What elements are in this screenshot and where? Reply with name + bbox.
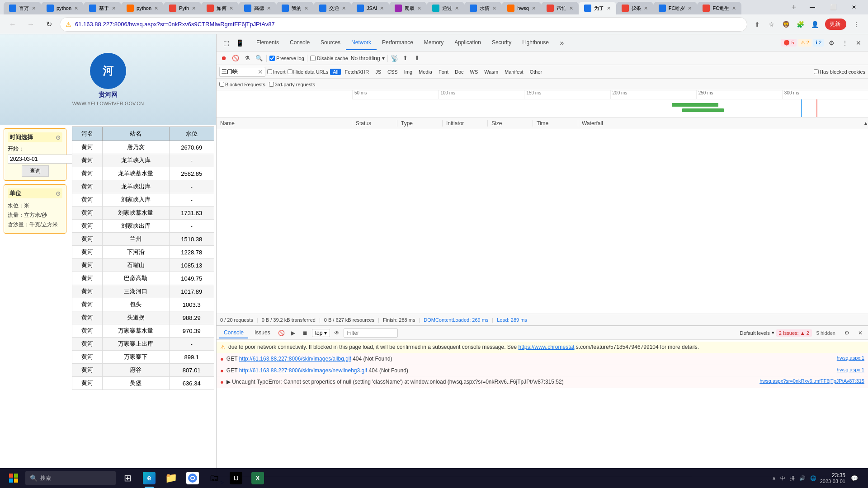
has-blocked-cookies-label[interactable]: Has blocked cookies bbox=[814, 69, 865, 75]
browser-tab-1[interactable]: 百万✕ bbox=[4, 2, 41, 14]
devtools-settings-button[interactable]: ⚙ bbox=[826, 37, 837, 49]
tray-sound[interactable]: 🔊 bbox=[798, 474, 807, 482]
devtools-tab-network[interactable]: Network bbox=[346, 36, 377, 50]
close-button[interactable]: ✕ bbox=[844, 0, 864, 14]
tab-close-button[interactable]: ✕ bbox=[74, 5, 78, 11]
maximize-button[interactable]: ⬜ bbox=[823, 0, 844, 14]
browser-tab-6[interactable]: 如何✕ bbox=[201, 2, 239, 14]
filter-clear-button[interactable]: ✕ bbox=[258, 68, 263, 75]
browser-tab-5[interactable]: Pyth✕ bbox=[164, 2, 201, 14]
filter-type-doc[interactable]: Doc bbox=[452, 69, 467, 75]
devtools-tab-sources[interactable]: Sources bbox=[315, 36, 346, 50]
filter-input-wrap[interactable]: ✕ bbox=[219, 67, 265, 77]
unit-section-toggle[interactable]: ⊙ bbox=[56, 190, 61, 197]
devtools-tab-security[interactable]: Security bbox=[486, 36, 517, 50]
browser-tab-13[interactable]: 水情✕ bbox=[464, 2, 502, 14]
console-link[interactable]: http://61.163.88.227:8006/skin/images/al… bbox=[239, 356, 351, 362]
blocked-requests-label[interactable]: Blocked Requests bbox=[219, 82, 265, 87]
hide-data-urls-label[interactable]: Hide data URLs bbox=[288, 69, 329, 75]
clear-button[interactable]: 🚫 bbox=[231, 54, 240, 63]
console-eye-button[interactable]: 👁 bbox=[332, 328, 342, 338]
devtools-inspect-button[interactable]: ⬚ bbox=[220, 37, 232, 49]
filter-type-img[interactable]: Img bbox=[401, 69, 415, 75]
browser-tab-8[interactable]: 我的✕ bbox=[276, 2, 314, 14]
devtools-close-button[interactable]: ✕ bbox=[853, 37, 864, 49]
col-size[interactable]: Size bbox=[488, 120, 533, 127]
browser-tab-3[interactable]: 基于✕ bbox=[84, 2, 121, 14]
tab-issues[interactable]: Issues bbox=[250, 328, 275, 338]
tab-close-button[interactable]: ✕ bbox=[192, 5, 196, 11]
taskbar-folder[interactable]: 🗂 bbox=[204, 468, 224, 488]
filter-type-wasm[interactable]: Wasm bbox=[481, 69, 501, 75]
console-stop-button[interactable]: ⏹ bbox=[300, 328, 310, 338]
console-source-link[interactable]: hwsq.aspx?sr=0nkRxv6..mfFF6jTpJPtAv87:31… bbox=[760, 378, 864, 384]
minimize-button[interactable]: — bbox=[802, 0, 823, 14]
browser-icon[interactable]: 🦁 bbox=[780, 18, 793, 31]
tab-close-button[interactable]: ✕ bbox=[32, 5, 36, 11]
new-tab-button[interactable]: + bbox=[788, 1, 800, 14]
invert-checkbox[interactable] bbox=[267, 69, 272, 74]
browser-menu-button[interactable]: ⋮ bbox=[850, 18, 863, 31]
browser-tab-19[interactable]: FC龟生✕ bbox=[697, 2, 741, 14]
console-link[interactable]: http://61.163.88.227:8006/skin/images/ne… bbox=[239, 367, 368, 374]
console-filter-input[interactable] bbox=[344, 328, 398, 338]
refresh-button[interactable]: ↻ bbox=[42, 17, 56, 32]
taskbar-excel[interactable]: X bbox=[248, 468, 268, 488]
preserve-log-label[interactable]: Preserve log bbox=[269, 56, 304, 61]
browser-tab-9[interactable]: 交通✕ bbox=[314, 2, 351, 14]
filter-type-font[interactable]: Font bbox=[436, 69, 451, 75]
filter-type-other[interactable]: Other bbox=[527, 69, 545, 75]
filter-type-manifest[interactable]: Manifest bbox=[502, 69, 526, 75]
third-party-label[interactable]: 3rd-party requests bbox=[269, 82, 315, 87]
filter-type-css[interactable]: CSS bbox=[385, 69, 401, 75]
devtools-tab-console[interactable]: Console bbox=[284, 36, 315, 50]
browser-tab-12[interactable]: 通过✕ bbox=[427, 2, 464, 14]
taskbar-edge[interactable]: e bbox=[139, 468, 159, 488]
browser-tab-11[interactable]: 爬取✕ bbox=[389, 2, 427, 14]
profile-button[interactable]: 👤 bbox=[809, 18, 821, 31]
devtools-tab-application[interactable]: Application bbox=[449, 36, 486, 50]
col-type[interactable]: Type bbox=[397, 120, 443, 127]
col-initiator[interactable]: Initiator bbox=[443, 120, 488, 127]
browser-tab-10[interactable]: JSAI✕ bbox=[351, 2, 389, 14]
throttle-control[interactable]: No throttling ▾ bbox=[351, 55, 385, 61]
hide-data-urls-checkbox[interactable] bbox=[288, 69, 292, 74]
tab-close-button[interactable]: ✕ bbox=[492, 5, 496, 11]
tab-close-button[interactable]: ✕ bbox=[417, 5, 421, 11]
issues-button[interactable]: 2 Issues: ▲ 2 bbox=[776, 329, 812, 337]
disable-cache-checkbox[interactable] bbox=[310, 56, 316, 61]
tray-input[interactable]: 拼 bbox=[789, 474, 796, 483]
query-button[interactable]: 查询 bbox=[22, 165, 49, 177]
tray-lang[interactable]: 中 bbox=[779, 474, 786, 483]
browser-tab-4[interactable]: python✕ bbox=[121, 2, 164, 14]
start-button[interactable] bbox=[4, 470, 24, 486]
console-clear-button[interactable]: 🚫 bbox=[277, 328, 287, 338]
taskbar-idea[interactable]: IJ bbox=[226, 468, 246, 488]
url-bar[interactable]: ⚠ 61.163.88.227:8006/hwsq.aspx?sr=0nkRxv… bbox=[60, 17, 747, 32]
browser-tab-7[interactable]: 高德✕ bbox=[239, 2, 276, 14]
devtools-tab-lighthouse[interactable]: Lighthouse bbox=[517, 36, 554, 50]
record-button[interactable]: ⏺ bbox=[219, 54, 228, 63]
taskbar-search[interactable]: 🔍 搜索 bbox=[25, 471, 116, 485]
browser-tab-18[interactable]: FC哈岁✕ bbox=[653, 2, 698, 14]
time-section-toggle[interactable]: ⊙ bbox=[56, 134, 61, 141]
filter-type-ws[interactable]: WS bbox=[467, 69, 481, 75]
tab-close-button[interactable]: ✕ bbox=[304, 5, 308, 11]
devtools-tab-elements[interactable]: Elements bbox=[251, 36, 284, 50]
console-source-link[interactable]: hwsq.aspx:1 bbox=[837, 367, 864, 372]
browser-tab-15[interactable]: 帮忙✕ bbox=[541, 2, 579, 14]
col-name[interactable]: Name bbox=[217, 120, 352, 127]
upload-button[interactable]: ⬆ bbox=[401, 54, 410, 63]
devtools-more-options-button[interactable]: ⋮ bbox=[839, 37, 851, 49]
top-selector[interactable]: top ▾ bbox=[312, 329, 330, 337]
start-date-input[interactable] bbox=[8, 155, 80, 164]
filter-type-js[interactable]: JS bbox=[373, 69, 384, 75]
filter-input[interactable] bbox=[222, 69, 258, 75]
browser-tab-17[interactable]: (2条✕ bbox=[616, 2, 653, 14]
invert-checkbox-label[interactable]: Invert bbox=[267, 69, 286, 75]
browser-tab-2[interactable]: python✕ bbox=[41, 2, 84, 14]
devtools-tab-memory[interactable]: Memory bbox=[419, 36, 449, 50]
tab-close-button[interactable]: ✕ bbox=[607, 5, 611, 11]
third-party-checkbox[interactable] bbox=[269, 82, 274, 87]
default-levels-selector[interactable]: Default levels ▾ bbox=[740, 330, 774, 336]
